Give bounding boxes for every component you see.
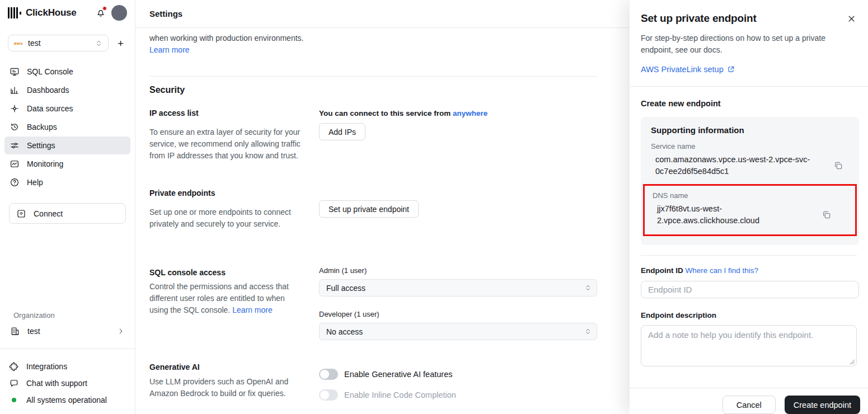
intro-paragraph: when working with production environment…	[149, 32, 306, 56]
private-endpoints-title: Private endpoints	[149, 189, 302, 197]
developer-access-select[interactable]: No access	[319, 323, 597, 340]
sidebar-item-label: Help	[27, 178, 43, 187]
endpoint-id-label: Endpoint ID	[641, 266, 683, 275]
sidebar-item-data-sources[interactable]: Data sources	[4, 100, 130, 117]
connect-from-text: You can connect to this service from any…	[319, 109, 597, 117]
monitoring-icon	[10, 159, 20, 169]
endpoint-description-label: Endpoint description	[641, 311, 857, 319]
panel-description: For step-by-step directions on how to se…	[641, 32, 857, 56]
security-heading: Security	[149, 85, 597, 95]
setup-private-endpoint-button[interactable]: Set up private endpoint	[319, 200, 419, 218]
add-ips-button[interactable]: Add IPs	[319, 123, 365, 140]
add-service-button[interactable]: +	[114, 37, 127, 50]
sidebar-item-settings[interactable]: Settings	[4, 137, 130, 154]
sql-access-title: SQL console access	[149, 268, 302, 277]
system-status-label: All systems operational	[26, 396, 107, 404]
service-selector[interactable]: aws test	[8, 35, 109, 51]
genai-body: Use LLM providers such as OpenAI and Ama…	[149, 376, 302, 399]
panel-divider	[641, 255, 857, 256]
integrations-label: Integrations	[26, 362, 67, 371]
panel-divider	[630, 86, 868, 87]
cancel-button[interactable]: Cancel	[722, 396, 776, 414]
endpoint-id-input[interactable]	[641, 281, 859, 298]
chevron-updown-icon	[95, 40, 102, 47]
organization-name: test	[27, 327, 110, 336]
anywhere-link[interactable]: anywhere	[453, 109, 487, 117]
notifications-bell-icon[interactable]	[96, 8, 106, 18]
endpoint-id-help-link[interactable]: Where can I find this?	[686, 266, 759, 275]
ip-access-title: IP access list	[149, 109, 302, 117]
admin-access-value: Full access	[326, 284, 365, 293]
service-name-label: Service name	[651, 142, 849, 150]
panel-footer: Cancel Create endpoint	[630, 388, 868, 414]
chat-support-label: Chat with support	[26, 379, 87, 388]
avatar[interactable]	[111, 5, 127, 21]
ip-access-section: IP access list To ensure an extra layer …	[149, 109, 597, 162]
developer-access-value: No access	[326, 327, 363, 336]
genai-features-toggle[interactable]	[319, 369, 338, 380]
sidebar-item-label: Dashboards	[27, 86, 69, 95]
sql-console-icon	[10, 67, 20, 77]
create-endpoint-button[interactable]: Create endpoint	[785, 396, 860, 414]
sidebar-item-backups[interactable]: Backups	[4, 118, 130, 136]
supporting-information-title: Supporting information	[651, 125, 849, 135]
external-link-icon	[727, 65, 735, 73]
intro-learn-more-link[interactable]: Learn more	[149, 45, 190, 54]
main-content: Settings when working with production en…	[135, 0, 630, 414]
sql-console-access-section: SQL console access Control the permissio…	[149, 268, 597, 340]
service-selector-value: test	[28, 39, 95, 48]
organization-label: Organization	[13, 311, 135, 319]
copy-icon[interactable]	[820, 209, 833, 221]
setup-private-endpoint-panel: Set up private endpoint For step-by-step…	[630, 0, 868, 414]
close-icon[interactable]	[846, 13, 857, 24]
endpoint-description-textarea[interactable]	[641, 325, 857, 366]
connect-button[interactable]: Connect	[9, 203, 126, 224]
inline-completion-label: Enable Inline Code Completion	[344, 391, 456, 399]
create-endpoint-heading: Create new endpoint	[641, 99, 857, 108]
dns-name-highlight-box: DNS name jjx7f6t8vt.us-west-2.vpce.aws.c…	[643, 184, 857, 236]
inline-completion-toggle[interactable]	[319, 389, 338, 401]
chevron-right-icon	[117, 327, 125, 335]
chat-support-item[interactable]: Chat with support	[9, 375, 126, 392]
sidebar-item-sql-console[interactable]: SQL Console	[4, 63, 130, 81]
help-icon	[10, 177, 20, 187]
aws-privatelink-link[interactable]: AWS PrivateLink setup	[641, 65, 724, 74]
status-dot-icon	[12, 398, 16, 402]
copy-icon[interactable]	[832, 159, 844, 172]
private-endpoints-body: Set up one or more endpoints to connect …	[149, 206, 302, 230]
supporting-information-card: Supporting information Service name com.…	[641, 117, 859, 245]
page-header: Settings	[135, 0, 630, 28]
private-endpoints-section: Private endpoints Set up one or more end…	[149, 189, 597, 230]
brand-name: ClickHouse	[26, 7, 77, 18]
admin-role-label: Admin (1 user)	[319, 266, 597, 275]
connect-button-label: Connect	[34, 209, 63, 218]
sql-access-body: Control the permissions and access that …	[149, 281, 302, 316]
service-selector-row: aws test +	[8, 35, 127, 51]
sidebar-item-monitoring[interactable]: Monitoring	[4, 155, 130, 173]
ip-access-body: To ensure an extra layer of security for…	[149, 126, 302, 162]
sidebar-item-dashboards[interactable]: Dashboards	[4, 81, 130, 99]
organization-row[interactable]: test	[9, 326, 126, 336]
chevron-updown-icon	[584, 328, 592, 335]
settings-scroll-area[interactable]: when working with production environment…	[135, 28, 630, 414]
page-title: Settings	[149, 9, 182, 18]
dns-name-label: DNS name	[653, 191, 847, 200]
integrations-item[interactable]: Integrations	[9, 358, 126, 375]
clickhouse-logo-icon	[8, 7, 21, 18]
genai-features-label: Enable Generative AI features	[344, 370, 452, 379]
admin-access-select[interactable]: Full access	[319, 279, 597, 297]
sidebar-item-label: Settings	[27, 141, 55, 150]
sql-access-learn-more-link[interactable]: Learn more	[232, 305, 273, 314]
sidebar: ClickHouse aws test + SQL Console Dashbo…	[0, 0, 135, 414]
sidebar-nav: SQL Console Dashboards Data sources Back…	[4, 63, 130, 192]
system-status-item[interactable]: All systems operational	[9, 392, 126, 408]
sidebar-footer: Integrations Chat with support All syste…	[0, 349, 135, 414]
connect-icon	[16, 209, 26, 219]
docs-link-row[interactable]: AWS PrivateLink setup	[641, 65, 857, 74]
sidebar-item-help[interactable]: Help	[4, 173, 130, 191]
section-divider	[149, 76, 597, 77]
backups-icon	[10, 122, 20, 132]
developer-role-label: Developer (1 user)	[319, 310, 597, 318]
genai-title: Generative AI	[149, 363, 302, 371]
chevron-updown-icon	[584, 284, 592, 291]
